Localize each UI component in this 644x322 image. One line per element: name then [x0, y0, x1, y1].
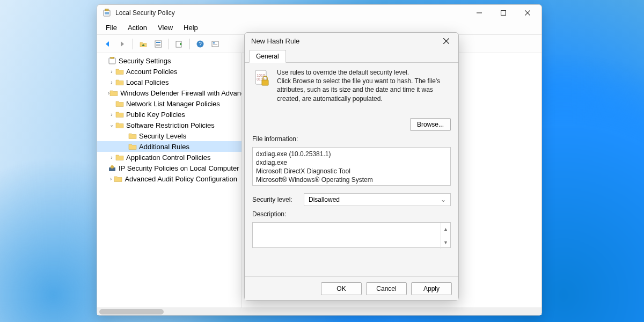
svg-rect-19 — [111, 57, 114, 58]
tree-item-firewall[interactable]: › Windows Defender Firewall with Advance… — [97, 87, 241, 98]
up-folder-icon[interactable] — [136, 37, 150, 51]
dialog-title: New Hash Rule — [251, 37, 299, 45]
folder-icon — [109, 89, 118, 97]
svg-rect-5 — [501, 11, 506, 16]
lock-file-icon: 1010 0101 — [252, 68, 272, 87]
tree-label: Application Control Policies — [126, 153, 211, 162]
intro-line2: Click Browse to select the file you want… — [277, 77, 451, 103]
tree-label: Advanced Audit Policy Configuration — [125, 175, 237, 183]
help-icon[interactable]: ? — [193, 37, 207, 51]
window-title: Local Security Policy — [115, 9, 175, 17]
svg-rect-3 — [105, 9, 108, 11]
tree-item-additional-rules[interactable]: Additional Rules — [97, 141, 241, 152]
folder-icon — [115, 78, 124, 86]
tree-label: Local Policies — [126, 78, 169, 86]
tree-item-network-list[interactable]: Network List Manager Policies — [97, 98, 241, 109]
security-level-combobox[interactable]: Disallowed ⌄ — [304, 193, 451, 206]
svg-rect-1 — [105, 12, 109, 13]
dialog-titlebar[interactable]: New Hash Rule — [245, 33, 458, 49]
tree-root[interactable]: Security Settings — [97, 55, 241, 66]
intro-line1: Use rules to override the default securi… — [277, 68, 451, 77]
svg-rect-27 — [262, 80, 268, 85]
tree-item-ipsec[interactable]: IP Security Policies on Local Computer — [97, 163, 241, 173]
spin-down-icon[interactable]: ▼ — [441, 236, 450, 249]
toolbar-separator — [133, 39, 133, 49]
svg-rect-0 — [104, 10, 110, 16]
minimize-button[interactable] — [467, 5, 491, 21]
spin-up-icon[interactable]: ▲ — [441, 223, 450, 236]
description-spinner: ▲ ▼ — [441, 223, 450, 249]
chevron-right-icon[interactable]: › — [108, 69, 115, 75]
tree-item-security-levels[interactable]: Security Levels — [97, 130, 241, 141]
tab-general[interactable]: General — [249, 50, 286, 63]
svg-text:?: ? — [199, 41, 202, 47]
toolbar-separator — [169, 39, 169, 49]
tree-label: Public Key Policies — [126, 111, 185, 119]
tree-label: Windows Defender Firewall with Advanced … — [120, 89, 242, 97]
chevron-down-icon[interactable]: ⌄ — [108, 122, 115, 128]
menu-file[interactable]: File — [100, 21, 122, 34]
ok-button[interactable]: OK — [321, 282, 362, 295]
folder-icon — [115, 100, 124, 107]
export-icon[interactable] — [172, 37, 186, 51]
security-level-label: Security level: — [252, 196, 298, 203]
chevron-right-icon[interactable]: › — [108, 112, 115, 118]
folder-icon — [128, 132, 137, 140]
browse-button[interactable]: Browse... — [410, 118, 451, 131]
app-icon — [103, 9, 111, 17]
horizontal-scrollbar[interactable] — [97, 308, 541, 315]
tree-item-audit[interactable]: › Advanced Audit Policy Configuration — [97, 173, 241, 184]
toolbar-separator — [189, 39, 190, 49]
tree-label: Security Settings — [119, 57, 171, 65]
svg-rect-11 — [156, 45, 160, 46]
folder-icon — [115, 68, 124, 75]
chevron-right-icon[interactable]: › — [108, 176, 114, 182]
chevron-down-icon: ⌄ — [441, 196, 446, 203]
svg-point-21 — [111, 165, 114, 169]
tree-item-local-policies[interactable]: › Local Policies — [97, 77, 241, 87]
chevron-right-icon[interactable]: › — [108, 155, 115, 160]
svg-rect-17 — [213, 44, 217, 45]
security-level-value: Disallowed — [309, 196, 340, 203]
security-settings-icon — [108, 57, 116, 64]
new-hash-rule-dialog: New Hash Rule General 1010 0101 Use rule… — [244, 32, 459, 301]
file-info-label: File information: — [252, 135, 451, 143]
tree-label: Security Levels — [139, 132, 186, 140]
description-textarea[interactable] — [252, 222, 451, 248]
close-button[interactable] — [515, 5, 539, 21]
tree-label: Network List Manager Policies — [126, 100, 220, 108]
maximize-button[interactable] — [491, 5, 515, 21]
scrollbar-thumb[interactable] — [99, 309, 164, 314]
tree-label: Account Policies — [126, 68, 177, 76]
dialog-close-button[interactable] — [438, 34, 454, 48]
tree-label: Software Restriction Policies — [126, 121, 215, 129]
chevron-right-icon[interactable]: › — [108, 79, 115, 85]
folder-icon — [128, 143, 137, 150]
tree-item-public-key[interactable]: › Public Key Policies — [97, 109, 241, 120]
folder-icon — [115, 153, 124, 161]
folder-icon — [114, 175, 122, 182]
tree-label: Additional Rules — [139, 143, 189, 151]
description-label: Description: — [252, 210, 451, 218]
tree-item-account-policies[interactable]: › Account Policies — [97, 66, 241, 77]
forward-button[interactable] — [115, 37, 129, 51]
tree-item-software-restriction[interactable]: ⌄ Software Restriction Policies — [97, 120, 241, 130]
folder-icon — [115, 121, 124, 129]
menu-help[interactable]: Help — [178, 21, 203, 34]
properties-icon[interactable] — [151, 37, 165, 51]
dialog-footer: OK Cancel Apply — [245, 276, 458, 300]
tree-label: IP Security Policies on Local Computer — [119, 164, 239, 172]
file-info-textarea[interactable] — [252, 147, 451, 186]
tabstrip: General — [245, 49, 458, 63]
refresh-icon[interactable] — [208, 37, 222, 51]
tree-item-app-control[interactable]: › Application Control Policies — [97, 152, 241, 163]
apply-button[interactable]: Apply — [411, 282, 452, 295]
back-button[interactable] — [100, 37, 114, 51]
cancel-button[interactable]: Cancel — [366, 282, 407, 295]
titlebar[interactable]: Local Security Policy — [97, 5, 541, 21]
menu-view[interactable]: View — [152, 21, 178, 34]
svg-rect-2 — [105, 13, 109, 14]
tree-panel[interactable]: Security Settings › Account Policies › L… — [97, 53, 242, 308]
menu-action[interactable]: Action — [122, 21, 152, 34]
svg-rect-16 — [213, 42, 215, 43]
